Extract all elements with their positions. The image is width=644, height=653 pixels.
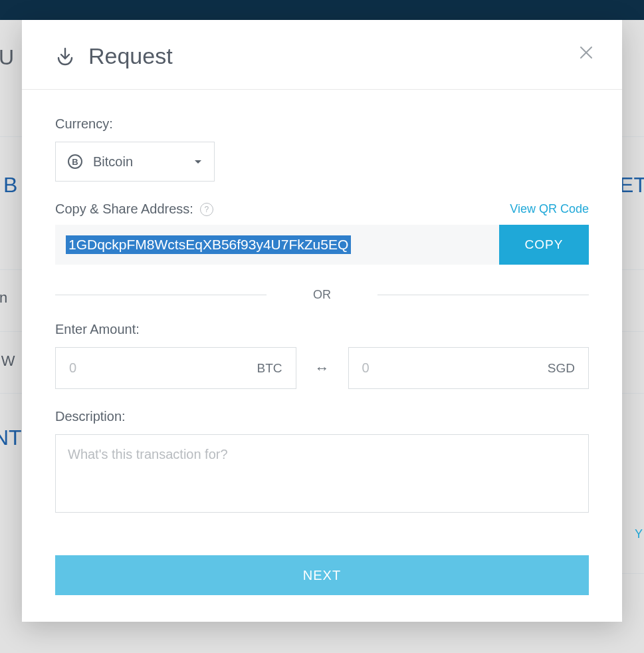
request-modal: Request Currency: B Bitcoin Copy & Share…	[22, 20, 622, 622]
amount-section: Enter Amount: BTC ↔ SGD	[55, 322, 589, 389]
bg-text: oin	[0, 289, 7, 307]
copy-button[interactable]: COPY	[499, 225, 589, 265]
amount-btc-unit: BTC	[257, 361, 282, 376]
address-label-text: Copy & Share Address:	[55, 201, 193, 217]
modal-body: Currency: B Bitcoin Copy & Share Address…	[22, 90, 622, 622]
divider-line	[55, 295, 267, 295]
amount-btc-input[interactable]	[69, 360, 257, 376]
bg-text: NT	[0, 426, 22, 450]
bg-text: Y	[635, 527, 643, 541]
address-text: 1GDqckpFM8WctsEqXB56f93y4U7FkZu5EQ	[66, 235, 351, 254]
bitcoin-icon: B	[68, 154, 82, 169]
top-bar	[0, 0, 644, 20]
currency-label: Currency:	[55, 116, 589, 132]
amount-sgd-unit: SGD	[548, 361, 575, 376]
amount-btc-wrap: BTC	[55, 347, 296, 389]
modal-title: Request	[88, 43, 173, 69]
swap-icon[interactable]: ↔	[315, 360, 330, 377]
amount-label: Enter Amount:	[55, 322, 589, 337]
help-icon[interactable]: ?	[200, 203, 213, 216]
chevron-down-icon	[194, 156, 202, 168]
modal-header: Request	[22, 20, 622, 90]
currency-section: Currency: B Bitcoin	[55, 116, 589, 182]
amount-sgd-input[interactable]	[362, 360, 548, 376]
address-box: 1GDqckpFM8WctsEqXB56f93y4U7FkZu5EQ COPY	[55, 225, 589, 265]
address-section: Copy & Share Address: ? View QR Code 1GD…	[55, 201, 589, 265]
receive-icon	[55, 47, 75, 66]
or-text: OR	[267, 288, 377, 302]
bg-text: B	[3, 173, 17, 197]
description-section: Description:	[55, 409, 589, 515]
bg-text: ET	[619, 173, 644, 197]
currency-selected: Bitcoin	[93, 154, 133, 170]
address-value[interactable]: 1GDqckpFM8WctsEqXB56f93y4U7FkZu5EQ	[55, 225, 499, 265]
view-qr-link[interactable]: View QR Code	[510, 202, 589, 216]
close-button[interactable]	[577, 43, 595, 62]
description-label: Description:	[55, 409, 589, 424]
next-button[interactable]: NEXT	[55, 555, 589, 595]
address-label: Copy & Share Address: ?	[55, 201, 213, 217]
description-input[interactable]	[55, 434, 589, 513]
bg-text: er W	[0, 352, 15, 370]
bg-text: U	[0, 45, 14, 70]
divider-line	[377, 295, 589, 295]
currency-dropdown[interactable]: B Bitcoin	[55, 142, 215, 182]
or-divider: OR	[55, 288, 589, 302]
amount-sgd-wrap: SGD	[348, 347, 590, 389]
